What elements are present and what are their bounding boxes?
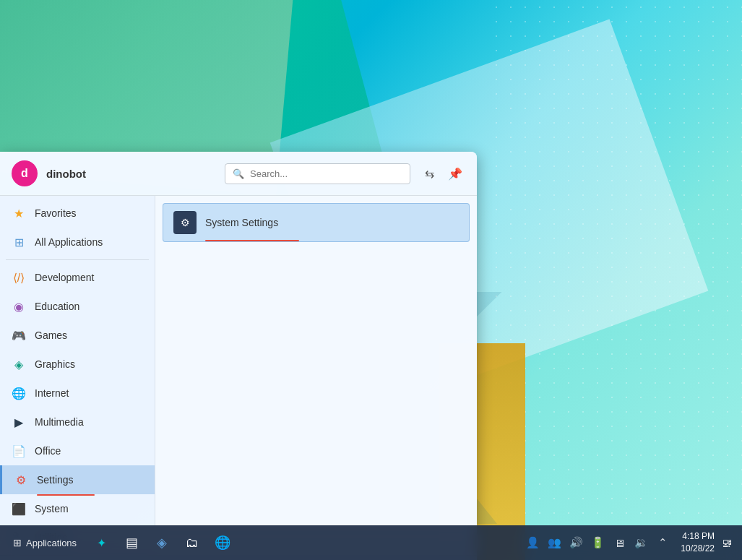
sidebar-label-games: Games: [35, 329, 67, 341]
sidebar-item-internet[interactable]: 🌐 Internet: [0, 379, 155, 408]
sidebar-item-education[interactable]: ◉ Education: [0, 292, 155, 321]
user-icon[interactable]: 👤: [523, 533, 542, 552]
chevron-up-icon[interactable]: ⌃: [653, 533, 672, 552]
multimedia-icon: ▶: [12, 415, 26, 429]
game-icon: 🎮: [12, 328, 26, 343]
sidebar-label-internet: Internet: [35, 387, 69, 399]
sidebar-item-favorites[interactable]: ★ Favorites: [0, 199, 155, 228]
taskbar-apps-button[interactable]: ⊞ Applications: [6, 533, 84, 553]
star-icon: ★: [12, 206, 26, 220]
filter-button[interactable]: ⇆: [419, 163, 439, 184]
taskbar-left: ⊞ Applications ✦ ▤ ◈ 🗂 🌐: [6, 530, 236, 556]
audio-symbol: 🔊: [569, 536, 583, 549]
sidebar-label-favorites: Favorites: [35, 207, 77, 219]
sidebar-item-settings[interactable]: ⚙ Settings: [0, 465, 155, 494]
audio-icon[interactable]: 🔊: [566, 533, 585, 552]
screen-icon[interactable]: 🖥: [610, 533, 629, 552]
user2-symbol: 👥: [548, 536, 561, 549]
search-bar[interactable]: 🔍: [225, 163, 410, 184]
internet-icon: 🌐: [12, 386, 26, 400]
show-desktop-icon[interactable]: 🖳: [717, 533, 736, 552]
settings-app-icon-symbol: ⚙: [181, 217, 190, 228]
user2-icon[interactable]: 👥: [545, 533, 564, 552]
volume-symbol: 🔉: [634, 536, 648, 549]
battery-symbol: 🔋: [591, 536, 605, 549]
taskbar-icon-files[interactable]: 🗂: [179, 530, 205, 556]
list-item-system-settings[interactable]: ⚙ System Settings: [163, 203, 470, 242]
sidebar-label-all-applications: All Applications: [35, 236, 103, 248]
sidebar-item-games[interactable]: 🎮 Games: [0, 321, 155, 350]
taskbar-icon-browser[interactable]: 🌐: [210, 530, 236, 556]
search-icon: 🔍: [233, 168, 244, 179]
system-clock[interactable]: 4:18 PM 10/28/22: [681, 530, 715, 555]
taskbar-apps-grid-icon: ⊞: [13, 537, 22, 548]
sidebar-label-system: System: [35, 503, 69, 514]
taskmanager-icon: ▤: [126, 535, 138, 551]
sidebar-label-education: Education: [35, 301, 79, 312]
sidebar-item-multimedia[interactable]: ▶ Multimedia: [0, 408, 155, 436]
show-desktop-symbol: 🖳: [722, 537, 733, 549]
menu-content: ⚙ System Settings: [155, 196, 477, 555]
username: dinobot: [46, 168, 216, 180]
sidebar-label-development: Development: [35, 272, 95, 283]
screen-symbol: 🖥: [614, 537, 625, 549]
graphics-icon: ◈: [12, 357, 26, 371]
browser-icon: 🌐: [215, 535, 230, 551]
battery-icon[interactable]: 🔋: [588, 533, 607, 552]
volume-icon[interactable]: 🔉: [631, 533, 650, 552]
office-icon: 📄: [12, 444, 26, 458]
grid-icon: ⊞: [12, 235, 26, 249]
menu-body: ★ Favorites ⊞ All Applications ⟨/⟩ Devel…: [0, 196, 477, 555]
taskbar: ⊞ Applications ✦ ▤ ◈ 🗂 🌐 👤 👥 🔊 �: [0, 525, 742, 560]
taskbar-apps-label: Applications: [26, 538, 77, 548]
sidebar-item-development[interactable]: ⟨/⟩ Development: [0, 263, 155, 292]
taskbar-icon-plasma[interactable]: ✦: [88, 530, 114, 556]
sidebar-item-all-applications[interactable]: ⊞ All Applications: [0, 228, 155, 257]
pin-button[interactable]: 📌: [445, 163, 465, 184]
taskbar-icon-taskmanager[interactable]: ▤: [118, 530, 144, 556]
sidebar-item-system[interactable]: ⬛ System: [0, 494, 155, 523]
chevron-symbol: ⌃: [658, 536, 668, 549]
search-input[interactable]: [250, 168, 402, 179]
taskbar-icon-discover[interactable]: ◈: [149, 530, 175, 556]
pin-icon: 📌: [448, 167, 462, 181]
header-actions: ⇆ 📌: [419, 163, 465, 184]
system-icon: ⬛: [12, 501, 26, 516]
taskbar-right: 👤 👥 🔊 🔋 🖥 🔉 ⌃ 4:18 PM 10/28/22 🖳: [523, 530, 736, 555]
app-menu: d dinobot 🔍 ⇆ 📌 ★ Favorites ⊞: [0, 152, 477, 560]
sidebar-label-graphics: Graphics: [35, 358, 75, 370]
clock-date: 10/28/22: [681, 543, 715, 555]
code-icon: ⟨/⟩: [12, 270, 26, 285]
avatar: d: [12, 160, 38, 186]
user-symbol: 👤: [526, 536, 540, 549]
files-icon: 🗂: [186, 535, 199, 551]
clock-time: 4:18 PM: [681, 530, 715, 543]
bg-dots: [489, 0, 742, 560]
sidebar-label-office: Office: [35, 445, 61, 457]
plasma-icon: ✦: [97, 536, 106, 550]
sidebar-label-multimedia: Multimedia: [35, 416, 84, 428]
sidebar-label-settings: Settings: [37, 474, 74, 486]
settings-icon: ⚙: [14, 473, 28, 487]
settings-app-icon: ⚙: [173, 211, 197, 234]
sidebar-item-office[interactable]: 📄 Office: [0, 436, 155, 465]
menu-sidebar: ★ Favorites ⊞ All Applications ⟨/⟩ Devel…: [0, 196, 155, 555]
discover-icon: ◈: [157, 535, 167, 551]
filter-icon: ⇆: [425, 167, 434, 181]
menu-header: d dinobot 🔍 ⇆ 📌: [0, 152, 477, 196]
app-icon-system-settings: ⚙: [173, 211, 197, 234]
sidebar-divider-1: [6, 259, 149, 260]
education-icon: ◉: [12, 299, 26, 314]
sidebar-item-graphics[interactable]: ◈ Graphics: [0, 350, 155, 379]
app-label-system-settings: System Settings: [205, 217, 278, 228]
